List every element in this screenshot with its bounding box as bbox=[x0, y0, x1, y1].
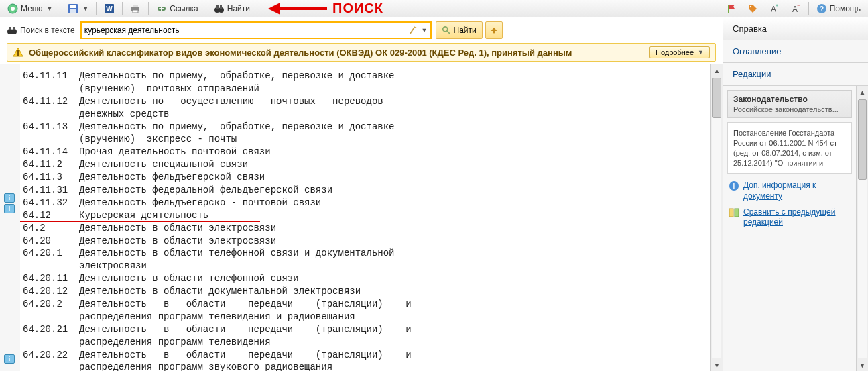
font-decrease-button[interactable]: A− bbox=[786, 1, 806, 16]
doc-row: 64.20.2 Деятельность в области передачи … bbox=[23, 298, 704, 311]
svg-rect-3 bbox=[70, 5, 76, 8]
search-strip-label: Поиск в тексте bbox=[20, 25, 75, 35]
tab-spravka[interactable]: Справка bbox=[723, 17, 868, 40]
svg-rect-33 bbox=[729, 209, 733, 217]
doc-row: 64.20.22 Деятельность в области передачи… bbox=[23, 349, 704, 362]
help-label: Помощь bbox=[830, 4, 861, 13]
side-link-label: Доп. информация к документу bbox=[743, 180, 851, 201]
alert-text: Общероссийский классификатор видов эконо… bbox=[29, 48, 644, 58]
side-card-document: Постановление Госстандарта России от 06.… bbox=[727, 122, 852, 174]
printer-icon bbox=[130, 3, 141, 14]
svg-rect-25 bbox=[13, 27, 15, 30]
floppy-icon bbox=[68, 3, 78, 14]
link-button[interactable]: Ссылка bbox=[151, 1, 202, 16]
svg-text:?: ? bbox=[820, 5, 824, 13]
tab-oglavlenie[interactable]: Оглавление bbox=[723, 40, 868, 63]
scroll-down-button[interactable]: ▼ bbox=[857, 359, 868, 371]
separator bbox=[206, 2, 206, 15]
print-button[interactable] bbox=[125, 1, 145, 16]
chevron-down-icon: ▼ bbox=[46, 5, 52, 12]
side-block-title: Законодательство bbox=[733, 95, 846, 104]
doc-row: (вручению) почтовых отправлений bbox=[23, 83, 704, 95]
search-box: ▼ bbox=[80, 21, 432, 39]
doc-row: 64.20.1 Деятельность в области телефонно… bbox=[23, 247, 704, 260]
doc-row: 64.11.2 Деятельность специальной связи bbox=[23, 158, 704, 171]
word-export-button[interactable]: W bbox=[99, 1, 119, 16]
help-button[interactable]: ? Помощь bbox=[812, 1, 865, 16]
doc-row: денежных средств bbox=[23, 108, 704, 121]
svg-rect-8 bbox=[133, 5, 138, 7]
clear-search-button[interactable] bbox=[407, 23, 420, 37]
doc-row: 64.11.3 Деятельность фельдъегерской связ… bbox=[23, 171, 704, 184]
svg-text:W: W bbox=[107, 5, 113, 13]
link-label: Ссылка bbox=[170, 4, 198, 13]
annotation-label: ПОИСК bbox=[332, 1, 383, 16]
scroll-up-button[interactable]: ▲ bbox=[711, 64, 723, 76]
svg-rect-34 bbox=[735, 209, 739, 217]
doc-row: распределения программ телевидения bbox=[23, 336, 704, 349]
svg-text:−: − bbox=[797, 3, 800, 8]
search-submit-label: Найти bbox=[454, 25, 477, 35]
doc-row: 64.12 Курьерская деятельность bbox=[23, 209, 704, 222]
menu-label: Меню bbox=[21, 4, 42, 13]
info-icon: i bbox=[729, 180, 739, 191]
word-icon: W bbox=[104, 3, 115, 14]
svg-line-27 bbox=[446, 31, 449, 34]
svg-rect-12 bbox=[216, 5, 219, 9]
doc-row: распределения программ телевидения и рад… bbox=[23, 311, 704, 323]
scroll-thumb[interactable] bbox=[858, 99, 867, 180]
svg-rect-9 bbox=[133, 10, 138, 13]
svg-point-26 bbox=[442, 27, 447, 32]
font-decrease-icon: A− bbox=[790, 3, 801, 14]
tags-button[interactable] bbox=[743, 1, 763, 16]
side-link-extra-info[interactable]: i Доп. информация к документу bbox=[727, 178, 852, 204]
info-gutter-icon[interactable]: i bbox=[4, 204, 15, 213]
find-button-toolbar[interactable]: Найти bbox=[209, 1, 255, 16]
separator bbox=[60, 2, 60, 15]
svg-rect-13 bbox=[220, 5, 222, 9]
svg-rect-29 bbox=[17, 50, 19, 54]
font-increase-icon: A+ bbox=[769, 3, 780, 14]
search-up-button[interactable] bbox=[485, 21, 503, 39]
doc-row: 64.20.12 Деятельность в области документ… bbox=[23, 285, 704, 298]
doc-row: 64.20.11 Деятельность в области телефонн… bbox=[23, 272, 704, 285]
doc-row: 64.11.32 Деятельность фельдъегерско - по… bbox=[23, 197, 704, 209]
doc-row: 64.20.21 Деятельность в области передачи… bbox=[23, 323, 704, 336]
scroll-down-button[interactable]: ▼ bbox=[711, 359, 723, 371]
info-gutter-icon[interactable]: i bbox=[4, 193, 15, 203]
svg-point-1 bbox=[11, 7, 15, 11]
chevron-down-icon: ▼ bbox=[82, 5, 88, 12]
top-toolbar: Меню ▼ ▼ W Ссылка Найти bbox=[0, 0, 868, 17]
svg-rect-14 bbox=[728, 5, 729, 13]
info-gutter-icon[interactable]: i bbox=[4, 354, 15, 364]
search-submit-button[interactable]: Найти bbox=[436, 21, 483, 39]
save-button[interactable]: ▼ bbox=[63, 1, 93, 16]
svg-text:+: + bbox=[776, 3, 778, 8]
compare-icon bbox=[729, 207, 739, 218]
font-increase-button[interactable]: A+ bbox=[764, 1, 784, 16]
doc-row: 64.11.31 Деятельность федеральной фельдъ… bbox=[23, 184, 704, 197]
help-icon: ? bbox=[816, 3, 827, 14]
highlight-underline bbox=[20, 221, 260, 222]
sidebar-scrollbar[interactable]: ▲ ▼ bbox=[856, 86, 868, 371]
scrollbar[interactable]: ▲ ▼ bbox=[710, 64, 723, 371]
chevron-down-icon[interactable]: ▼ bbox=[422, 27, 428, 34]
annotation-arrow: ПОИСК bbox=[268, 1, 383, 16]
doc-row: 64.11.12 Деятельность по осуществлению п… bbox=[23, 95, 704, 108]
scroll-up-button[interactable]: ▲ bbox=[857, 86, 868, 98]
scroll-thumb[interactable] bbox=[712, 78, 721, 118]
doc-row: распределения программ звукового радиове… bbox=[23, 361, 704, 371]
banner-more-button[interactable]: Подробнее ▼ bbox=[649, 46, 710, 58]
bookmark-button[interactable] bbox=[721, 1, 741, 16]
tag-icon bbox=[747, 3, 758, 14]
search-input[interactable] bbox=[84, 25, 407, 35]
svg-rect-28 bbox=[493, 30, 495, 33]
side-link-label: Сравнить с предыдущей редакцией bbox=[743, 207, 851, 228]
tab-redaktsii[interactable]: Редакции bbox=[723, 63, 868, 86]
app-icon bbox=[7, 3, 18, 14]
find-label: Найти bbox=[227, 4, 250, 13]
svg-rect-24 bbox=[9, 27, 11, 30]
menu-button[interactable]: Меню ▼ bbox=[3, 1, 57, 16]
side-link-compare[interactable]: Сравнить с предыдущей редакцией bbox=[727, 205, 852, 231]
svg-rect-4 bbox=[70, 9, 76, 13]
